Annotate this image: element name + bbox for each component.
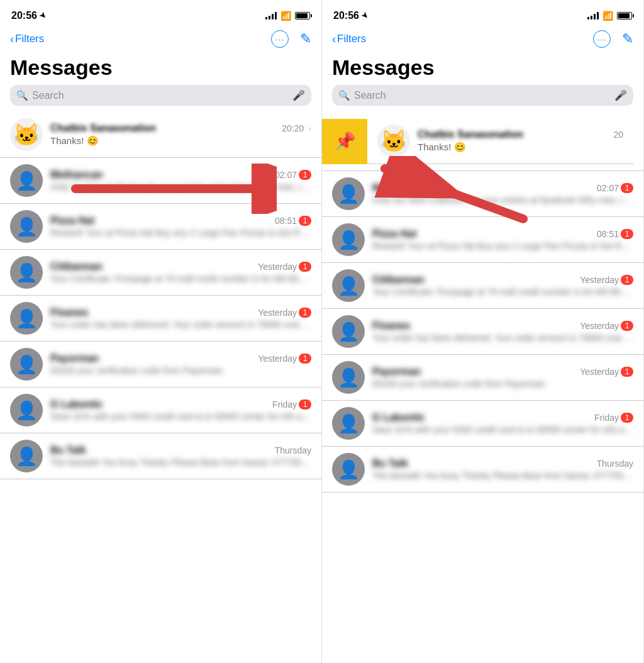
message-content-6-left: G Labontic Friday 1 Save 31% with your 0… xyxy=(50,399,311,421)
page-title-left: Messages xyxy=(0,53,321,85)
avatar-6-right: 👤 xyxy=(332,407,365,440)
avatar-0-right: 🐱 xyxy=(377,125,410,157)
badge-2-left: 1 xyxy=(299,216,311,226)
message-name-1-left: Methancan xyxy=(50,169,103,181)
message-preview-4-left: Your order has been delivered. Your orde… xyxy=(50,320,311,330)
pin-icon-right: 📌 xyxy=(334,131,356,152)
message-preview-2-left: Reward! Your at Pizza Hat Buy any 2 Larg… xyxy=(50,228,311,238)
search-input-left[interactable]: Search xyxy=(32,90,289,101)
badge-1-right: 1 xyxy=(621,183,633,193)
person-icon-1-right: 👤 xyxy=(338,184,360,204)
message-item-0-right[interactable]: 📌 🐱 Chatbix Sanasonation 20 Thanks! 😊 xyxy=(322,112,643,171)
avatar-1-right: 👤 xyxy=(332,177,365,210)
message-time-1-right: 02:07 1 xyxy=(597,183,633,193)
mic-icon-right[interactable]: 🎤 xyxy=(614,89,627,101)
message-content-0-right: Chatbix Sanasonation 20 Thanks! 😊 xyxy=(418,129,623,153)
filters-label-right: Filters xyxy=(337,33,366,45)
message-item-6-left[interactable]: 👤 G Labontic Friday 1 Save 31% with your… xyxy=(0,387,321,433)
badge-3-left: 1 xyxy=(299,262,311,272)
badge-3-right: 1 xyxy=(621,275,633,285)
message-item-5-right[interactable]: 👤 Payorman Yesterday 1 00100 your verifi… xyxy=(322,355,643,401)
compose-button-left[interactable]: ✎ xyxy=(300,31,311,47)
pin-button-right[interactable]: 📌 xyxy=(322,119,367,164)
message-item-2-left[interactable]: 👤 Pizza Hat 08:51 1 Reward! Your at Pizz… xyxy=(0,204,321,250)
message-preview-2-right: Reward! Your at Pizza Hat Buy any 2 Larg… xyxy=(372,241,633,251)
search-bar-left[interactable]: 🔍 Search 🎤 xyxy=(10,85,311,106)
message-name-6-right: G Labontic xyxy=(372,412,425,423)
search-bar-right[interactable]: 🔍 Search 🎤 xyxy=(332,85,633,106)
message-item-7-left[interactable]: 👤 Bu Talk Thursday The barwath You busy … xyxy=(0,433,321,479)
message-preview-0-left: Thanks! 😊 xyxy=(50,135,311,147)
mic-icon-left[interactable]: 🎤 xyxy=(292,89,305,101)
message-time-5-right: Yesterday 1 xyxy=(580,367,633,377)
message-item-5-left[interactable]: 👤 Payorman Yesterday 1 00100 your verifi… xyxy=(0,342,321,387)
more-button-left[interactable]: ··· xyxy=(271,30,289,48)
message-preview-4-right: Your order has been delivered. Your orde… xyxy=(372,333,633,343)
message-name-7-left: Bu Talk xyxy=(50,445,86,456)
message-name-3-right: Citibannan xyxy=(372,274,425,286)
message-name-5-left: Payorman xyxy=(50,353,99,364)
message-preview-1-right: Only our New Collection for your entries… xyxy=(372,195,633,205)
message-time-5-left: Yesterday 1 xyxy=(258,354,311,364)
more-button-right[interactable]: ··· xyxy=(593,30,611,48)
message-content-3-left: Citibannan Yesterday 1 Your Certificate:… xyxy=(50,261,311,284)
person-icon-3-right: 👤 xyxy=(338,276,360,296)
message-name-7-right: Bu Talk xyxy=(372,458,408,469)
message-content-5-right: Payorman Yesterday 1 00100 your verifica… xyxy=(372,366,633,389)
message-item-1-left[interactable]: 👤 Methancan 02:07 1 Only our New Collect… xyxy=(0,158,321,204)
compose-button-right[interactable]: ✎ xyxy=(622,31,633,47)
location-icon-left: ➤ xyxy=(37,11,48,21)
avatar-7-left: 👤 xyxy=(10,440,43,472)
filters-button-left[interactable]: ‹ Filters xyxy=(10,33,44,46)
status-bar-left: 20:56 ➤ 📶 xyxy=(0,0,321,28)
message-item-6-right[interactable]: 👤 G Labontic Friday 1 Save 31% with your… xyxy=(322,401,643,447)
badge-1-left: 1 xyxy=(299,170,311,180)
time-right: 20:56 ➤ xyxy=(333,10,368,21)
message-item-4-right[interactable]: 👤 Floanes Yesterday 1 Your order has bee… xyxy=(322,309,643,355)
person-icon-2-left: 👤 xyxy=(16,216,38,237)
message-item-0-left[interactable]: 🐱 Chatbix Sanasonation 20:20 › Thanks! 😊 xyxy=(0,112,321,158)
message-preview-5-left: 00100 your verification code from Payorm… xyxy=(50,365,311,376)
message-name-2-right: Pizza Hat xyxy=(372,228,416,240)
cat-emoji-left: 🐱 xyxy=(13,124,40,145)
message-content-2-right: Pizza Hat 08:51 1 Reward! Your at Pizza … xyxy=(372,228,633,251)
message-preview-5-right: 00100 your verification code from Payorm… xyxy=(372,379,633,389)
filters-button-right[interactable]: ‹ Filters xyxy=(332,33,366,46)
nav-actions-right: ··· ✎ xyxy=(593,30,633,48)
message-name-4-left: Floanes xyxy=(50,307,88,318)
message-item-1-right[interactable]: 👤 Methancan 02:07 1 Only our New Collect… xyxy=(322,171,643,217)
message-item-3-right[interactable]: 👤 Citibannan Yesterday 1 Your Certificat… xyxy=(322,263,643,309)
message-time-6-right: Friday 1 xyxy=(594,413,633,423)
message-preview-7-right: The barwath You busy Thanky Pleasa Base … xyxy=(372,471,633,481)
nav-actions-left: ··· ✎ xyxy=(271,30,311,48)
message-list-right: 📌 🐱 Chatbix Sanasonation 20 Thanks! 😊 xyxy=(322,112,643,663)
wifi-icon-left: 📶 xyxy=(280,11,291,21)
message-preview-0-right: Thanks! 😊 xyxy=(418,142,623,153)
message-item-2-right[interactable]: 👤 Pizza Hat 08:51 1 Reward! Your at Pizz… xyxy=(322,217,643,263)
message-time-7-left: Thursday xyxy=(275,445,311,455)
message-item-3-left[interactable]: 👤 Citibannan Yesterday 1 Your Certificat… xyxy=(0,250,321,296)
message-content-7-right: Bu Talk Thursday The barwath You busy Th… xyxy=(372,458,633,481)
person-icon-4-right: 👤 xyxy=(338,321,360,342)
message-item-7-right[interactable]: 👤 Bu Talk Thursday The barwath You busy … xyxy=(322,447,643,493)
message-time-1-left: 02:07 1 xyxy=(275,170,311,180)
signal-icon-left xyxy=(265,12,277,20)
person-icon-2-right: 👤 xyxy=(338,230,360,250)
message-preview-7-left: The barwath You busy Thanky Pleasa Base … xyxy=(50,457,311,467)
cat-emoji-right: 🐱 xyxy=(380,130,407,152)
location-icon-right: ➤ xyxy=(359,11,370,21)
status-icons-left: 📶 xyxy=(265,11,310,21)
badge-6-left: 1 xyxy=(299,399,311,410)
message-name-1-right: Methancan xyxy=(372,182,425,194)
avatar-6-left: 👤 xyxy=(10,394,43,426)
message-time-4-right: Yesterday 1 xyxy=(580,321,633,331)
message-item-4-left[interactable]: 👤 Floanes Yesterday 1 Your order has bee… xyxy=(0,296,321,342)
search-input-right[interactable]: Search xyxy=(354,90,611,101)
time-left: 20:56 ➤ xyxy=(11,10,46,21)
search-icon-left: 🔍 xyxy=(16,90,28,101)
message-preview-6-right: Save 31% with your 0000 credit card & to… xyxy=(372,425,633,435)
message-preview-1-left: Only our New Collection for your entries… xyxy=(50,182,311,192)
message-content-0-left: Chatbix Sanasonation 20:20 › Thanks! 😊 xyxy=(50,123,311,147)
nav-bar-left: ‹ Filters ··· ✎ xyxy=(0,28,321,53)
message-time-4-left: Yesterday 1 xyxy=(258,308,311,318)
